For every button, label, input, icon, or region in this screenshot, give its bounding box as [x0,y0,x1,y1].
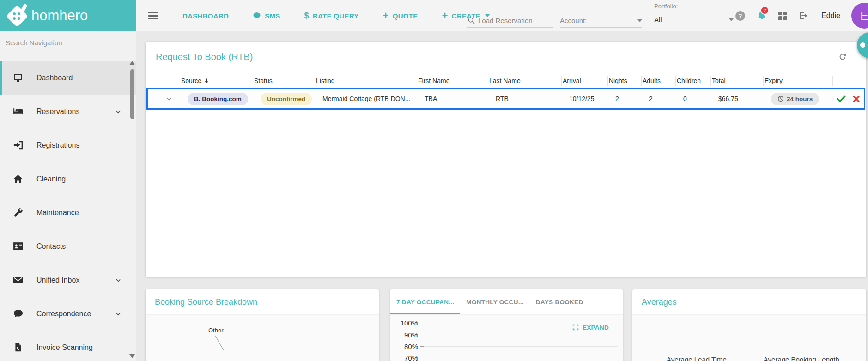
menu-toggle-icon[interactable] [148,12,158,19]
col-total[interactable]: Total [711,76,764,86]
contact-card-icon [12,241,24,252]
rtb-panel-title: Request To Book (RTB) [156,52,253,62]
averages-panel: Averages Average Lead Time Average Booki… [632,289,866,361]
cell-arrival: 10/12/25 [563,95,609,102]
plus-icon: + [383,12,389,19]
apps-grid-icon[interactable] [778,12,787,20]
sidebar-item-label: Maintenance [36,209,79,217]
top-nav: DASHBOARD SMS $ RATE QUERY + QUOTE + CRE… [148,0,490,31]
sidebar-item-label: Cleaning [36,175,66,183]
nav-rate-query[interactable]: $ RATE QUERY [304,11,359,21]
sidebar-item-contacts[interactable]: Contacts [0,229,136,263]
tab-7-day-occupancy[interactable]: 7 DAY OCCUPAN... [390,289,460,314]
averages-title: Averages [642,297,677,307]
sidebar-item-invoice-scanning[interactable]: Invoice Scanning [0,331,136,361]
app-root: homhero DASHBOARD SMS $ RATE QUERY + QUO… [0,0,868,361]
pie-label-leader-line [214,335,225,351]
scroll-down-arrow[interactable] [129,354,135,358]
top-icon-cluster: ? 7 Eddie E [735,0,868,31]
axis-row: 90% [390,331,623,339]
sidebar-item-dashboard[interactable]: Dashboard [0,61,136,95]
pdf-file-icon [12,342,24,353]
portfolio-label: Portfolio: [646,3,734,10]
sidebar-item-maintenance[interactable]: Maintenance [0,196,136,229]
cell-adults: 2 [643,95,677,102]
nav-quote[interactable]: + QUOTE [383,12,418,20]
cell-total: $66.75 [712,95,765,102]
pie-slice-label: Other [208,327,224,334]
search-icon [467,17,475,24]
cell-children: 0 [677,95,712,102]
decline-button[interactable] [851,94,861,104]
scroll-up-arrow[interactable] [129,61,135,65]
help-icon[interactable]: ? [735,11,745,21]
chevron-down-icon [115,277,121,283]
approve-button[interactable] [836,93,847,104]
load-reservation-input[interactable] [478,17,543,24]
col-expiry[interactable]: Expiry [764,76,833,86]
booking-source-chart: Other [146,315,379,361]
chevron-down-icon [115,108,121,115]
sidebar-item-label: Dashboard [36,74,73,82]
sidebar-item-registrations[interactable]: Registrations [0,128,136,162]
axis-row: 70% [390,354,623,361]
col-first-name[interactable]: First Name [417,76,488,86]
scrollbar-thumb[interactable] [130,69,134,119]
tab-monthly-occupancy[interactable]: MONTHLY OCCU... [460,289,530,314]
col-last-name[interactable]: Last Name [488,76,562,86]
sidebar-item-cleaning[interactable]: Cleaning [0,162,136,196]
nav-dashboard[interactable]: DASHBOARD [182,12,229,20]
col-expander [146,76,180,86]
cell-listing: Mermaid Cottage (RTB DON... [316,95,418,102]
load-reservation-search [467,14,553,28]
sidebar-item-correspondence[interactable]: Correspondence [0,297,136,331]
averages-body: Average Lead Time Average Booking Length [632,315,866,361]
axis-row: 80% [390,343,623,350]
clock-icon [777,96,784,102]
col-adults[interactable]: Adults [642,76,676,86]
user-name[interactable]: Eddie [821,12,840,20]
status-badge: Unconfirmed [261,93,312,105]
col-source[interactable]: Source [180,76,253,86]
sidebar-search-input[interactable] [0,31,136,54]
portfolio-value: All [654,16,662,24]
cell-nights: 2 [609,95,643,102]
sidebar-item-label: Contacts [36,242,66,251]
cell-first-name: TBA [418,95,489,102]
account-select[interactable]: Account: [560,14,642,28]
sign-out-icon[interactable] [798,11,808,21]
col-children[interactable]: Children [676,76,711,86]
col-status[interactable]: Status [253,76,315,86]
sidebar-item-unified-inbox[interactable]: Unified Inbox [0,263,136,297]
notifications-button[interactable]: 7 [756,10,767,21]
user-avatar[interactable]: E [851,3,868,29]
tab-days-booked[interactable]: DAYS BOOKED [530,289,589,314]
col-listing[interactable]: Listing [315,76,417,86]
top-bar: homhero DASHBOARD SMS $ RATE QUERY + QUO… [0,0,868,31]
col-arrival[interactable]: Arrival [562,76,608,86]
sign-in-icon [12,140,24,150]
rtb-table-header: Source Status Listing First Name Last Na… [146,74,866,88]
nav-quote-label: QUOTE [393,12,418,20]
portfolio-select[interactable]: Portfolio: All [646,3,734,29]
sort-desc-icon [203,78,210,84]
nav-sms[interactable]: SMS [253,12,280,20]
notification-badge: 7 [760,6,769,15]
chat-bubble-icon [253,12,261,20]
occupancy-chart: EXPAND 100% 90% 80% 70% [390,315,623,361]
homhero-logo-icon [6,3,30,29]
refresh-icon[interactable] [838,52,848,62]
table-row[interactable]: B. Booking.com Unconfirmed Mermaid Cotta… [146,88,865,110]
nav-dashboard-label: DASHBOARD [182,12,229,20]
axis-row: 100% [390,319,623,327]
account-label: Account: [560,17,587,24]
chat-bubble-icon [12,308,24,319]
row-expander[interactable] [148,95,181,102]
col-nights[interactable]: Nights [608,76,642,86]
brand-logo[interactable]: homhero [0,0,136,31]
average-lead-time-label: Average Lead Time [667,355,727,361]
chevron-down-icon [115,311,121,317]
sidebar-item-reservations[interactable]: Reservations [0,95,136,128]
expiry-badge: 24 hours [771,93,819,105]
sidebar-item-label: Unified Inbox [36,276,79,284]
